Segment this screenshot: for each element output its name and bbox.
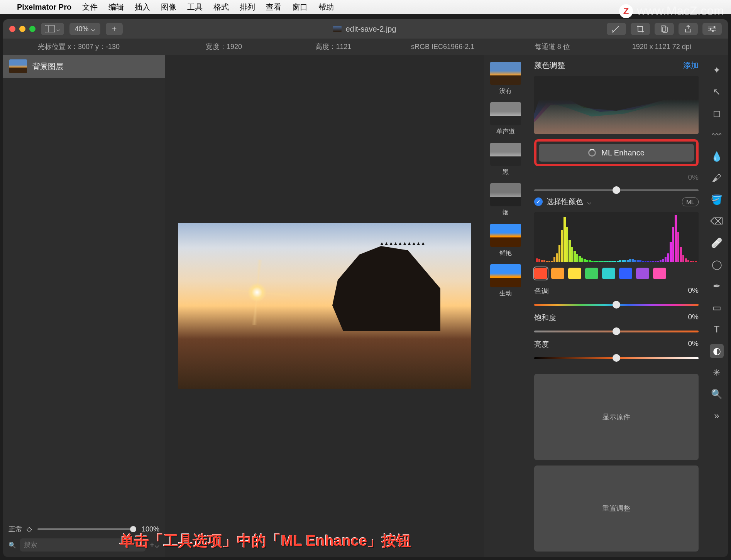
erase-tool[interactable]: ⌫ — [710, 214, 724, 228]
preset-mono[interactable]: 单声道 — [490, 102, 521, 136]
image-height: 高度：1121 — [279, 42, 388, 51]
document-title: edit-save-2.jpg — [128, 25, 601, 34]
preset-none[interactable]: 没有 — [490, 62, 521, 95]
marquee-tool[interactable]: ◻ — [710, 106, 724, 120]
preset-thumb-icon — [490, 143, 521, 166]
arrow-tool[interactable]: ↖ — [710, 85, 724, 99]
selective-color-title[interactable]: 选择性颜色 — [547, 197, 583, 207]
style-tool[interactable]: ✦ — [710, 63, 724, 77]
preset-thumb-icon — [490, 183, 521, 206]
share-button[interactable] — [679, 23, 698, 35]
add-adjustment-button[interactable]: 添加 — [683, 60, 699, 71]
brush-button[interactable] — [607, 23, 626, 35]
menu-insert[interactable]: 插入 — [135, 2, 150, 12]
swatch-1[interactable] — [551, 268, 564, 279]
image-preview: ▲▲▲▲▲▲▲▲▲▲ — [178, 223, 471, 389]
ml-enhance-button[interactable]: ML Enhance — [539, 144, 694, 162]
rect-tool[interactable]: ▭ — [710, 301, 724, 315]
lightness-slider[interactable] — [534, 357, 699, 359]
preset-thumb-icon — [490, 264, 521, 287]
more-tools[interactable]: » — [710, 409, 724, 423]
crop-icon — [636, 25, 645, 33]
paint-tool[interactable]: 🖌 — [710, 171, 724, 185]
color-adjust-tool[interactable]: ◐ — [710, 344, 724, 358]
menu-image[interactable]: 图像 — [161, 2, 176, 12]
window-controls — [9, 26, 36, 32]
lightness-label: 亮度 — [534, 339, 549, 349]
app-name[interactable]: Pixelmator Pro — [17, 3, 71, 12]
reset-adjustments-button[interactable]: 重置调整 — [534, 466, 699, 552]
color-profile: sRGB IEC61966-2.1 — [388, 43, 497, 51]
wand-icon — [612, 25, 621, 33]
opacity-slider[interactable] — [37, 528, 136, 530]
menu-arrange[interactable]: 排列 — [240, 2, 255, 12]
fill-tool[interactable]: 🪣 — [710, 193, 724, 207]
lasso-tool[interactable]: 〰 — [710, 128, 724, 142]
menu-tools[interactable]: 工具 — [187, 2, 203, 12]
type-tool[interactable]: T — [710, 322, 724, 336]
canvas[interactable]: ▲▲▲▲▲▲▲▲▲▲ — [165, 55, 484, 557]
ml-enhance-highlight: ML Enhance — [534, 139, 699, 166]
show-original-button[interactable]: 显示原件 — [534, 374, 699, 460]
preset-thumb-icon — [490, 102, 521, 125]
menu-file[interactable]: 文件 — [82, 2, 98, 12]
swatch-5[interactable] — [619, 268, 632, 279]
repair-tool[interactable]: 🩹 — [710, 236, 724, 250]
hue-slider[interactable] — [534, 304, 699, 306]
eyedropper-tool[interactable]: 💧 — [710, 150, 724, 164]
color-swatches — [534, 268, 699, 279]
tool-rail: ✦ ↖ ◻ 〰 💧 🖌 🪣 ⌫ 🩹 ◯ ✒ ▭ T ◐ ✳ 🔍 » — [706, 55, 728, 557]
swatch-2[interactable] — [568, 268, 581, 279]
menu-edit[interactable]: 编辑 — [108, 2, 124, 12]
preset-label: 生动 — [499, 290, 512, 298]
add-button[interactable]: + — [106, 23, 123, 35]
selective-color-check-icon[interactable]: ✓ — [534, 197, 543, 206]
preset-label: 黑 — [503, 168, 509, 176]
close-icon[interactable] — [9, 26, 15, 32]
sidebar-toggle-button[interactable]: ⌵ — [41, 23, 64, 35]
swatch-7[interactable] — [653, 268, 666, 279]
selective-histogram — [534, 212, 699, 262]
zoom-tool[interactable]: 🔍 — [710, 387, 724, 401]
duplicate-button[interactable] — [655, 23, 674, 35]
exposure-slider[interactable] — [534, 189, 699, 191]
minimize-icon[interactable] — [19, 26, 25, 32]
dimensions-dpi: 1920 x 1121 72 dpi — [607, 43, 716, 51]
menu-view[interactable]: 查看 — [266, 2, 281, 12]
preset-live[interactable]: 生动 — [490, 264, 521, 298]
saturation-slider[interactable] — [534, 331, 699, 332]
rgb-histogram — [534, 76, 699, 134]
menu-format[interactable]: 格式 — [213, 2, 229, 12]
hue-value: 0% — [688, 286, 699, 296]
svg-point-6 — [712, 30, 714, 32]
pen-tool[interactable]: ✒ — [710, 279, 724, 293]
svg-point-5 — [710, 28, 712, 30]
ml-badge[interactable]: ML — [682, 197, 699, 206]
effects-tool[interactable]: ✳ — [710, 366, 724, 380]
swatch-3[interactable] — [585, 268, 598, 279]
swatch-4[interactable] — [602, 268, 615, 279]
preset-thumb-icon — [490, 224, 521, 247]
svg-rect-2 — [661, 26, 666, 31]
search-icon: 🔍 — [8, 541, 16, 549]
blend-mode-dropdown[interactable]: 正常 ◇ — [8, 525, 32, 534]
preset-thumb-icon — [490, 62, 521, 85]
preset-smoke[interactable]: 烟 — [490, 183, 521, 217]
layer-item[interactable]: 背景图层 — [3, 55, 165, 78]
preset-vivid[interactable]: 鲜艳 — [490, 224, 521, 257]
crop-button[interactable] — [631, 23, 650, 35]
shape-tool[interactable]: ◯ — [710, 258, 724, 272]
info-bar: 光标位置 x：3007 y：-130 宽度：1920 高度：1121 sRGB … — [3, 39, 728, 55]
preset-column: 没有单声道黑烟鲜艳生动 — [484, 55, 527, 557]
spinner-icon — [588, 149, 596, 157]
image-width: 宽度：1920 — [169, 42, 279, 51]
zoom-dropdown[interactable]: 40%⌵ — [69, 23, 100, 35]
swatch-6[interactable] — [636, 268, 649, 279]
saturation-value: 0% — [688, 313, 699, 323]
menu-help[interactable]: 帮助 — [318, 2, 334, 12]
zoom-icon[interactable] — [29, 26, 36, 32]
preset-black[interactable]: 黑 — [490, 143, 521, 176]
panel-toggle-button[interactable] — [702, 23, 722, 35]
menu-window[interactable]: 窗口 — [292, 2, 308, 12]
swatch-0[interactable] — [534, 268, 547, 279]
